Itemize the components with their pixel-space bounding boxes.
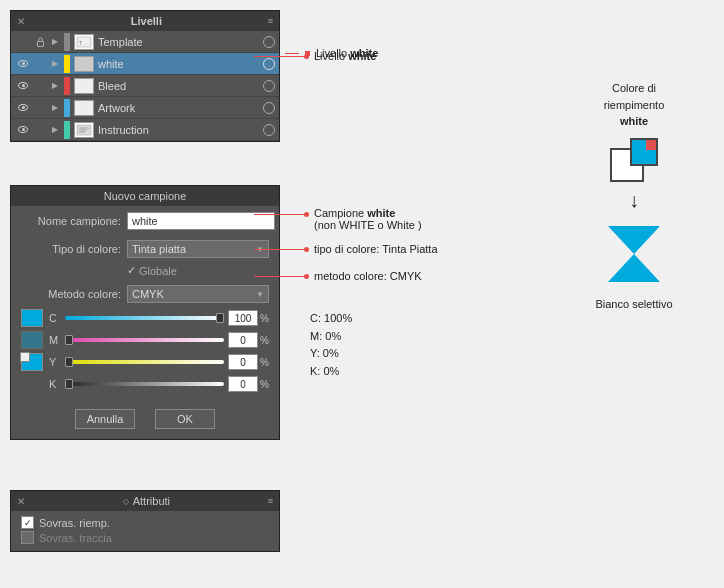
attributi-menu-icon[interactable]: ≡ bbox=[268, 496, 273, 506]
layer-lock-icon bbox=[33, 35, 47, 49]
layer-thumbnail bbox=[74, 78, 94, 94]
colore-label: Colore di riempimento white bbox=[604, 80, 665, 130]
layer-row[interactable]: ▶ Artwork bbox=[11, 97, 279, 119]
layer-expand-arrow[interactable]: ▶ bbox=[49, 58, 61, 70]
layer-name: Bleed bbox=[98, 80, 259, 92]
m-track bbox=[65, 338, 224, 342]
layer-color-swatch bbox=[64, 121, 70, 139]
c-slider[interactable] bbox=[65, 311, 224, 325]
ann-dot-livello bbox=[304, 54, 309, 59]
layer-visibility-toggle[interactable] bbox=[15, 100, 31, 116]
y-value[interactable]: 0 bbox=[228, 354, 258, 370]
y-percent: % bbox=[260, 357, 269, 368]
layer-target-circle[interactable] bbox=[263, 124, 275, 136]
globale-checkbox-row: ✓ Globale bbox=[11, 262, 279, 279]
ann-dot-campione bbox=[304, 212, 309, 217]
nome-input[interactable] bbox=[127, 212, 275, 230]
layer-thumbnail bbox=[74, 56, 94, 72]
attributi-close-icon[interactable]: ✕ bbox=[17, 496, 25, 507]
layer-visibility-toggle[interactable] bbox=[15, 56, 31, 72]
livelli-titlebar: ✕ Livelli ≡ bbox=[11, 11, 279, 31]
k-thumb[interactable] bbox=[65, 379, 73, 389]
c-value[interactable]: 100 bbox=[228, 310, 258, 326]
layer-name: Instruction bbox=[98, 124, 259, 136]
k-slider[interactable] bbox=[65, 377, 224, 391]
layer-target-circle[interactable] bbox=[263, 102, 275, 114]
layer-expand-arrow[interactable]: ▶ bbox=[49, 36, 61, 48]
layer-color-swatch bbox=[64, 77, 70, 95]
ann-line-campione bbox=[254, 214, 304, 215]
campione-ann-text-block: Campione white (non WHITE o White ) bbox=[314, 207, 422, 231]
m-label: M bbox=[49, 334, 61, 346]
campione-title: Nuovo campione bbox=[104, 190, 187, 202]
livello-ann-text: Livello white bbox=[314, 50, 376, 62]
c-track bbox=[65, 316, 224, 320]
campione-ann: Campione white (non WHITE o White ) bbox=[254, 207, 422, 231]
m-percent: % bbox=[260, 335, 269, 346]
y-slider[interactable] bbox=[65, 355, 224, 369]
bianco-selettivo-label: Bianco selettivo bbox=[595, 298, 672, 310]
m-color-swatch bbox=[21, 331, 43, 349]
fill-icon-red-corner bbox=[646, 140, 656, 150]
layer-thumbnail bbox=[74, 100, 94, 116]
layer-expand-arrow[interactable]: ▶ bbox=[49, 80, 61, 92]
y-track bbox=[65, 360, 224, 364]
c-percent: % bbox=[260, 313, 269, 324]
layer-row[interactable]: ▶ T Template bbox=[11, 31, 279, 53]
annulla-button[interactable]: Annulla bbox=[75, 409, 135, 429]
layer-thumbnail: T bbox=[74, 34, 94, 50]
ann-dot-metodo bbox=[304, 274, 309, 279]
sovras-riemp-row: Sovras. riemp. bbox=[21, 516, 269, 529]
attributi-title-text: Attributi bbox=[133, 495, 170, 507]
k-percent: % bbox=[260, 379, 269, 390]
attributi-body: Sovras. riemp. Sovras. traccia bbox=[11, 511, 279, 551]
sovras-riemp-checkbox[interactable] bbox=[21, 516, 34, 529]
layer-visibility-toggle[interactable] bbox=[15, 122, 31, 138]
globale-checkbox-item: ✓ Globale bbox=[127, 264, 177, 277]
attributi-title: ◇ Attributi bbox=[123, 495, 170, 507]
sovras-riemp-label: Sovras. riemp. bbox=[39, 517, 110, 529]
campione-panel: Nuovo campione Nome campione: Tipo di co… bbox=[10, 185, 280, 440]
layer-target-circle[interactable] bbox=[263, 80, 275, 92]
layer-target-circle[interactable] bbox=[263, 36, 275, 48]
layer-visibility-toggle[interactable] bbox=[15, 34, 31, 50]
m-slider[interactable] bbox=[65, 333, 224, 347]
livelli-close-icon[interactable]: ✕ bbox=[17, 16, 25, 27]
y-icon-bg bbox=[20, 352, 30, 362]
livelli-menu-icon[interactable]: ≡ bbox=[268, 16, 273, 26]
svg-marker-8 bbox=[608, 254, 660, 282]
sovras-traccia-checkbox[interactable] bbox=[21, 531, 34, 544]
c-thumb[interactable] bbox=[216, 313, 224, 323]
ann-line-tipo bbox=[254, 249, 304, 250]
campione-white-line1: Campione white bbox=[314, 207, 422, 219]
m-thumb[interactable] bbox=[65, 335, 73, 345]
metodo-label: Metodo colore: bbox=[21, 288, 121, 300]
cmyk-text: C: 100% M: 0% Y: 0% K: 0% bbox=[310, 310, 352, 380]
sovras-traccia-label: Sovras. traccia bbox=[39, 532, 112, 544]
metodo-ann: metodo colore: CMYK bbox=[254, 270, 422, 282]
y-thumb[interactable] bbox=[65, 357, 73, 367]
layer-color-swatch bbox=[64, 55, 70, 73]
c-slider-row: C 100 % bbox=[11, 307, 279, 329]
layer-row[interactable]: ▶ white bbox=[11, 53, 279, 75]
k-label: K bbox=[49, 378, 61, 390]
m-ann: M: 0% bbox=[310, 328, 352, 346]
layer-expand-arrow[interactable]: ▶ bbox=[49, 124, 61, 136]
layer-visibility-toggle[interactable] bbox=[15, 78, 31, 94]
layer-row[interactable]: ▶ Instruction bbox=[11, 119, 279, 141]
tipo-ann: tipo di colore: Tinta Piatta bbox=[254, 243, 438, 255]
ok-button[interactable]: OK bbox=[155, 409, 215, 429]
metodo-colore-row: Metodo colore: CMYK ▼ bbox=[11, 281, 279, 307]
m-value[interactable]: 0 bbox=[228, 332, 258, 348]
layer-lock-icon bbox=[33, 101, 47, 115]
layer-row[interactable]: ▶ Bleed bbox=[11, 75, 279, 97]
right-panel: Colore di riempimento white ↓ Bianco sel… bbox=[574, 80, 694, 310]
k-value[interactable]: 0 bbox=[228, 376, 258, 392]
tipo-select[interactable]: Tinta piatta ▼ bbox=[127, 240, 269, 258]
c-ann: C: 100% bbox=[310, 310, 352, 328]
layer-expand-arrow[interactable]: ▶ bbox=[49, 102, 61, 114]
fill-icon-top-square bbox=[630, 138, 658, 166]
campione-buttons: Annulla OK bbox=[11, 399, 279, 439]
attributi-panel: ✕ ◇ Attributi ≡ Sovras. riemp. Sovras. t… bbox=[10, 490, 280, 552]
metodo-select[interactable]: CMYK ▼ bbox=[127, 285, 269, 303]
